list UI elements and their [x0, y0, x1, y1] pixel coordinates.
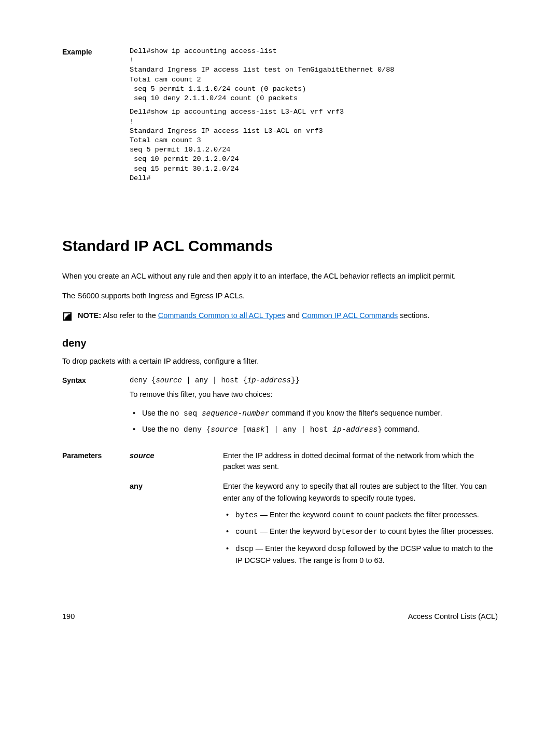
- deny-description: To drop packets with a certain IP addres…: [62, 356, 498, 367]
- note-text: NOTE: Also refer to the Commands Common …: [78, 310, 498, 322]
- param-source: source Enter the IP address in dotted de…: [130, 450, 498, 473]
- list-item: Use the no seq sequence-number command i…: [142, 408, 498, 420]
- list-item: Use the no deny {source [mask] | any | h…: [142, 424, 498, 436]
- syntax-subtext: To remove this filter, you have two choi…: [130, 389, 498, 401]
- list-item: bytes — Enter the keyword count to count…: [235, 509, 498, 521]
- syntax-code: deny {source | any | host {ip-address}}: [130, 375, 498, 386]
- page-footer: 190 Access Control Lists (ACL): [62, 611, 498, 623]
- intro-paragraph-1: When you create an ACL without any rule …: [62, 271, 498, 282]
- intro-paragraph-2: The S6000 supports both Ingress and Egre…: [62, 291, 498, 302]
- note-label: NOTE:: [78, 311, 101, 320]
- note-block: NOTE: Also refer to the Commands Common …: [62, 310, 498, 325]
- example-label: Example: [62, 47, 130, 187]
- note-mid: and: [285, 311, 302, 320]
- link-common-ip-acl[interactable]: Common IP ACL Commands: [302, 311, 398, 320]
- note-prefix: Also refer to the: [101, 311, 158, 320]
- example-code-2: Dell#show ip accounting access-list L3-A…: [130, 107, 498, 183]
- example-content: Dell#show ip accounting access-list ! St…: [130, 47, 498, 187]
- note-icon: [62, 311, 73, 325]
- param-name-any: any: [130, 481, 223, 572]
- syntax-choices: Use the no seq sequence-number command i…: [130, 408, 498, 436]
- param-desc-source: Enter the IP address in dotted decimal f…: [223, 450, 498, 473]
- footer-title: Access Control Lists (ACL): [408, 611, 498, 623]
- syntax-label: Syntax: [62, 375, 130, 439]
- parameters-label: Parameters: [62, 450, 130, 580]
- example-code-1: Dell#show ip accounting access-list ! St…: [130, 47, 498, 103]
- link-commands-common[interactable]: Commands Common to all ACL Types: [158, 311, 285, 320]
- param-desc-any: Enter the keyword any to specify that al…: [223, 481, 498, 572]
- param-name-source: source: [130, 450, 223, 473]
- command-heading-deny: deny: [62, 335, 498, 351]
- param-any: any Enter the keyword any to specify tha…: [130, 481, 498, 572]
- note-suffix: sections.: [398, 311, 429, 320]
- page-number: 190: [62, 611, 75, 623]
- page-heading: Standard IP ACL Commands: [62, 234, 498, 257]
- route-type-list: bytes — Enter the keyword count to count…: [223, 509, 498, 567]
- list-item: dscp — Enter the keyword dcsp followed b…: [235, 543, 498, 567]
- list-item: count — Enter the keyword bytesorder to …: [235, 526, 498, 538]
